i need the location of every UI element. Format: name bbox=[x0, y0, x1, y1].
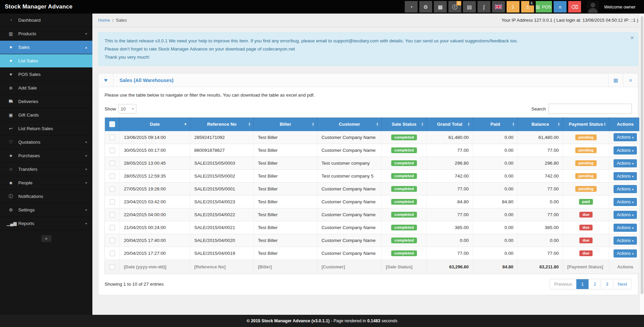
row-checkbox[interactable] bbox=[110, 148, 115, 153]
sidebar-item-dashboard[interactable]: ◔ Dashboard bbox=[0, 14, 92, 27]
sidebar-item-list-sales[interactable]: ♥ List Sales bbox=[0, 54, 92, 68]
user-avatar[interactable] bbox=[587, 1, 599, 13]
cell-grand-total: 0.00 bbox=[427, 234, 473, 247]
close-icon[interactable]: × bbox=[630, 35, 634, 41]
pagination-page-1[interactable]: 1 bbox=[576, 279, 589, 289]
sidebar-item-quotations[interactable]: ♡ Quotations ▾ bbox=[0, 136, 92, 149]
sidebar-item-deliveries[interactable]: ⛟ Deliveries bbox=[0, 95, 92, 108]
actions-button[interactable]: Actions▾ bbox=[614, 198, 637, 206]
pagination-next[interactable]: Next bbox=[613, 279, 631, 289]
cogs-button[interactable]: ⚙ bbox=[419, 1, 432, 13]
pagination-previous[interactable]: Previous bbox=[550, 279, 577, 289]
table-row: 30/05/2015 00:17:00 860091878627 Test Bi… bbox=[105, 144, 642, 157]
sidebar-item-label: Quotations bbox=[18, 140, 85, 145]
sort-desc-icon: ▼ bbox=[184, 123, 187, 126]
download-backup-button[interactable]: ⇩ bbox=[507, 1, 519, 13]
sidebar-item-label: List Sales bbox=[18, 58, 87, 63]
language-flag-button[interactable] bbox=[492, 1, 505, 13]
dashboard-shortcut-icon: ◔ bbox=[409, 4, 413, 9]
chevron-down-icon: ▾ bbox=[132, 107, 134, 110]
actions-button[interactable]: Actions▾ bbox=[614, 172, 637, 180]
search-input[interactable] bbox=[548, 104, 632, 114]
sidebar-collapse-button[interactable]: « bbox=[41, 235, 51, 242]
column-header-payment-status[interactable]: Payment Status▲▼ bbox=[563, 118, 609, 131]
column-header-grand-total[interactable]: Grand Total▲▼ bbox=[427, 118, 473, 131]
info-circle-icon: ⓘ bbox=[7, 193, 15, 200]
footer-actions: Actions bbox=[609, 260, 642, 274]
column-header-sale-status[interactable]: Sale Status▲▼ bbox=[382, 118, 427, 131]
row-checkbox[interactable] bbox=[110, 238, 115, 243]
actions-button[interactable]: Actions▾ bbox=[614, 249, 637, 258]
sidebar-item-transfers[interactable]: ☆ Transfers ▾ bbox=[0, 163, 92, 176]
column-header-biller[interactable]: Biller▲▼ bbox=[254, 118, 317, 131]
row-checkbox[interactable] bbox=[110, 186, 115, 192]
shortcuts-list-button[interactable]: ≡ bbox=[554, 1, 567, 13]
sidebar-item-settings[interactable]: ⚙ Settings ▾ bbox=[0, 203, 92, 217]
column-header-customer[interactable]: Customer▲▼ bbox=[317, 118, 382, 131]
sidebar-item-label: Sales bbox=[18, 45, 85, 50]
actions-button[interactable]: Actions▾ bbox=[614, 211, 637, 219]
pagination-page-3[interactable]: 3 bbox=[601, 279, 613, 289]
sidebar-item-pos-sales[interactable]: ♥ POS Sales bbox=[0, 68, 92, 81]
table-row: 28/05/2015 13:00:45 SALE/2015/05/0003 Te… bbox=[105, 157, 642, 170]
cell-balance: 61,480.00 bbox=[518, 131, 563, 144]
clear-cache-eraser-button[interactable]: ⌫ bbox=[568, 1, 581, 13]
footer-checkbox[interactable] bbox=[110, 264, 115, 270]
row-checkbox[interactable] bbox=[110, 225, 115, 230]
cell-date: 30/05/2015 00:17:00 bbox=[120, 144, 190, 157]
dashboard-shortcut-button[interactable]: ◔ bbox=[405, 1, 418, 13]
welcome-text[interactable]: Welcome owner bbox=[604, 4, 636, 9]
sidebar-item-purchases[interactable]: ★ Purchases ▾ bbox=[0, 149, 92, 163]
row-checkbox[interactable] bbox=[110, 212, 115, 218]
warehouses-grid-icon[interactable]: ▦ bbox=[608, 74, 623, 87]
row-checkbox[interactable] bbox=[110, 173, 115, 179]
breadcrumb-bar: Home / Sales Your IP Address 127.0.0.1 (… bbox=[92, 14, 644, 27]
pos-button[interactable]: ⊞ POS bbox=[536, 1, 552, 13]
sidebar-item-list-return-sales[interactable]: ↩ List Return Sales bbox=[0, 122, 92, 136]
actions-button[interactable]: Actions▾ bbox=[614, 237, 637, 245]
payment-status-badge: due bbox=[579, 225, 592, 231]
row-checkbox[interactable] bbox=[110, 251, 115, 256]
actions-button[interactable]: Actions▾ bbox=[614, 224, 637, 232]
sidebar-item-sales[interactable]: ♥ Sales ▴ bbox=[0, 41, 92, 54]
scrollbar-thumb[interactable] bbox=[641, 16, 643, 294]
sidebar-item-products[interactable]: ▥ Products ▾ bbox=[0, 27, 92, 41]
sidebar-item-notifications[interactable]: ⓘ Notifications bbox=[0, 190, 92, 203]
actions-button[interactable]: Actions▾ bbox=[614, 159, 637, 167]
footer-reference: [Reference No] bbox=[190, 260, 254, 274]
pagination-page-2[interactable]: 2 bbox=[589, 279, 601, 289]
css3-styles-button[interactable]: ʃ bbox=[478, 1, 490, 13]
sidebar-item-reports[interactable]: ▁▄▆ Reports ▾ bbox=[0, 217, 92, 230]
cell-reference: SALE/2015/04/0019 bbox=[190, 247, 254, 260]
column-header-balance[interactable]: Balance▲▼ bbox=[518, 118, 563, 131]
cell-grand-total: 296.80 bbox=[427, 157, 473, 170]
actions-button[interactable]: Actions▾ bbox=[614, 133, 637, 141]
table-row: 20/04/2015 17:27:00 SALE/2015/04/0019 Te… bbox=[105, 247, 642, 260]
sidebar-item-add-sale[interactable]: ⊕ Add Sale bbox=[0, 81, 92, 95]
heart-icon: ♥ bbox=[98, 74, 113, 87]
column-header-date[interactable]: Date▼ bbox=[120, 118, 190, 131]
page-length-select[interactable]: 10 ▾ bbox=[118, 104, 136, 114]
calendar-button[interactable]: ▤ bbox=[463, 1, 476, 13]
row-checkbox[interactable] bbox=[110, 135, 115, 140]
column-header-reference-no[interactable]: Reference No▲▼ bbox=[190, 118, 254, 131]
scrollbar-track[interactable] bbox=[639, 14, 644, 315]
sidebar-item-people[interactable]: ☻ People ▾ bbox=[0, 176, 92, 190]
show-label: Show bbox=[105, 106, 116, 111]
row-checkbox[interactable] bbox=[110, 161, 115, 166]
row-checkbox[interactable] bbox=[110, 199, 115, 205]
info-notifications-button[interactable]: ⓘ 1 bbox=[448, 1, 461, 13]
sidebar-item-gift-cards[interactable]: ▣ Gift Cards bbox=[0, 108, 92, 122]
select-all-checkbox[interactable] bbox=[109, 121, 115, 127]
system-alerts-button[interactable]: ⚠ 6 bbox=[521, 1, 534, 13]
list-view-icon[interactable]: ≡ bbox=[623, 74, 638, 87]
actions-button[interactable]: Actions▾ bbox=[614, 146, 637, 155]
column-header-actions: Actions bbox=[609, 118, 642, 131]
plus-circle-icon: ⊕ bbox=[7, 85, 15, 90]
column-header-paid[interactable]: Paid▲▼ bbox=[473, 118, 518, 131]
cell-reference: SALE/2015/05/0001 bbox=[190, 183, 254, 196]
actions-button[interactable]: Actions▾ bbox=[614, 185, 637, 193]
calculator-button[interactable]: ▦ bbox=[434, 1, 447, 13]
breadcrumb-home-link[interactable]: Home bbox=[98, 18, 110, 23]
cell-paid: 0.00 bbox=[473, 144, 518, 157]
